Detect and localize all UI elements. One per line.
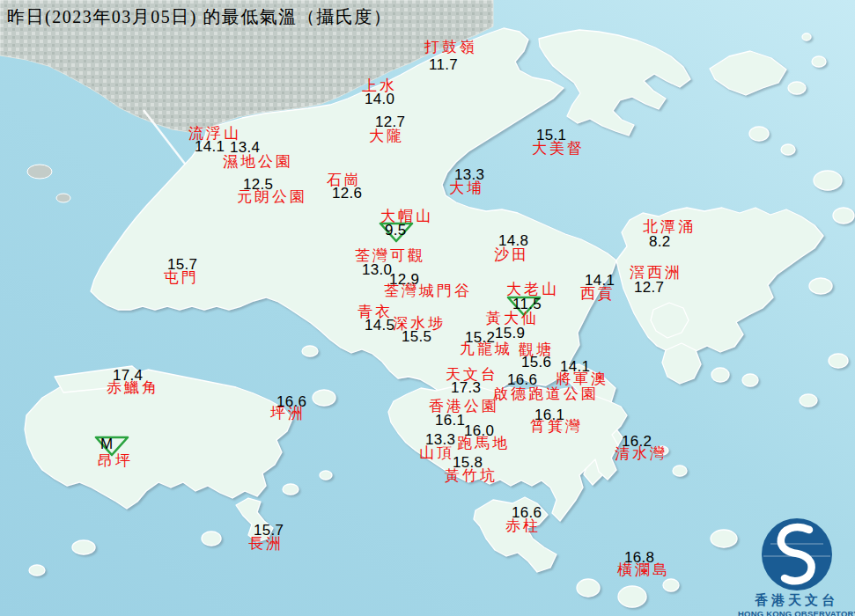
station-name-label: 滘西洲 xyxy=(630,265,682,280)
station-name-label: 橫瀾島 xyxy=(617,562,670,577)
station-name-label: 黃大仙 xyxy=(486,311,539,326)
station-name-label: 屯門 xyxy=(164,270,199,285)
station-name-label: 大老山 xyxy=(506,282,559,297)
station-name-label: 大隴 xyxy=(369,128,404,143)
hko-logo: 香港天文台 HONG KONG OBSERVATORY xyxy=(738,493,855,616)
station-value-label: 12.6 xyxy=(332,187,362,201)
station-name-label: 大埔 xyxy=(449,180,484,195)
station-name-label: 清水灣 xyxy=(615,446,667,461)
station-name-label: 打鼓嶺 xyxy=(424,40,477,55)
hko-logo-chinese-name: 香港天文台 xyxy=(738,592,855,609)
station-name-label: 青衣 xyxy=(357,304,393,319)
station-name-label: 山頂 xyxy=(419,445,454,460)
station-name-label: 長洲 xyxy=(248,536,284,551)
station-value-label: 16.1 xyxy=(435,414,465,428)
station-name-label: 九龍城 xyxy=(460,341,512,356)
station-value-label: 11.7 xyxy=(429,58,458,72)
station-name-label: 沙田 xyxy=(494,247,529,262)
hko-logo-english-name: HONG KONG OBSERVATORY xyxy=(738,609,855,616)
station-name-label: 荃灣城門谷 xyxy=(384,283,472,298)
station-name-label: 黃竹坑 xyxy=(445,468,498,483)
station-layer: 11.7 打鼓嶺 14.0 上水 12.7 大隴 14.1 流浮山 13.4 濕… xyxy=(0,0,855,616)
station-name-label: 大美督 xyxy=(532,141,585,156)
station-name-label: 跑馬地 xyxy=(457,436,510,451)
station-value-label: 14.0 xyxy=(365,92,394,106)
station-name-label: 北潭涌 xyxy=(643,219,696,234)
station-value-label: 14.1 xyxy=(195,140,225,154)
station-name-label: 大帽山 xyxy=(380,209,433,224)
station-value-label: 9.5 xyxy=(385,224,407,238)
station-name-label: 深水埗 xyxy=(393,316,446,331)
station-name-label: 觀塘 xyxy=(519,342,554,357)
hko-logo-emblem xyxy=(760,517,834,591)
station-value-label: 14.5 xyxy=(365,319,394,333)
station-name-label: 上水 xyxy=(362,78,397,93)
min-temperature-map-page: 昨日(2023年03月05日) 的最低氣溫（攝氏度） 11.7 打鼓嶺 14.0… xyxy=(0,0,855,616)
station-name-label: 將軍澳 xyxy=(556,371,608,386)
station-name-label: 赤鱲角 xyxy=(107,380,159,395)
station-name-label: 元朗公園 xyxy=(237,189,307,204)
station-value-label: 8.2 xyxy=(649,235,671,249)
station-name-label: 香港公園 xyxy=(429,399,499,414)
station-name-label: 筲箕灣 xyxy=(530,419,583,434)
station-name-label: 昂坪 xyxy=(98,453,133,468)
station-value-label: 17.3 xyxy=(451,381,481,395)
station-name-label: 濕地公園 xyxy=(223,154,293,169)
station-name-label: 赤柱 xyxy=(505,518,541,533)
station-name-label: 天文台 xyxy=(446,367,498,382)
station-name-label: 坪洲 xyxy=(270,406,306,421)
station-name-label: 石崗 xyxy=(327,172,362,187)
station-name-label: 西貢 xyxy=(580,286,615,301)
station-name-label: 荃灣可觀 xyxy=(355,248,425,263)
station-value-label: 13.0 xyxy=(362,263,392,277)
station-value-label: M xyxy=(100,437,113,451)
station-value-label: 15.5 xyxy=(402,330,431,344)
station-value-label: 12.7 xyxy=(634,281,664,295)
station-name-label: 啟德跑道公園 xyxy=(493,386,599,401)
station-value-label: 15.9 xyxy=(495,326,525,341)
